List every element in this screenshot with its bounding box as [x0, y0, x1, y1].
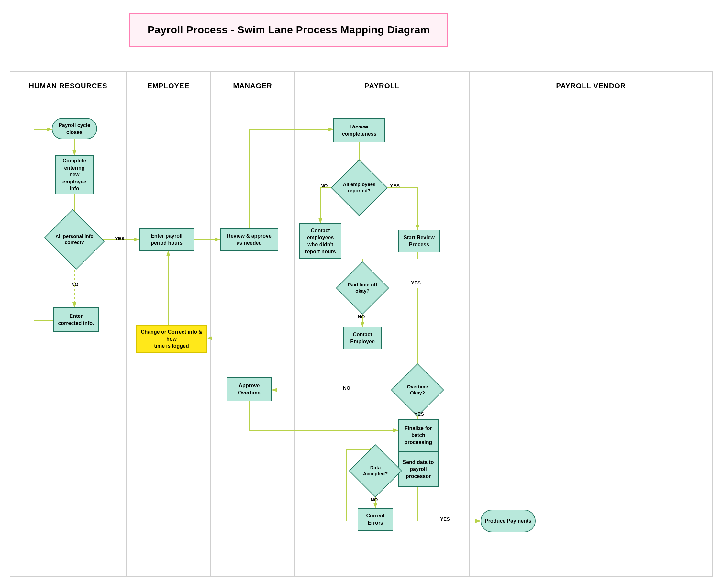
diagram-title-box: Payroll Process - Swim Lane Process Mapp… — [129, 13, 448, 47]
label-no-data-accepted: NO — [370, 497, 378, 502]
start-terminator: Payroll cycle closes — [52, 118, 97, 139]
enter-payroll-hours-process: Enter payroll period hours — [139, 228, 194, 251]
lane-body-vendor — [470, 101, 712, 576]
data-accepted-decision: Data Accepted? — [353, 448, 398, 493]
label-no-overtime: NO — [343, 385, 351, 391]
all-employees-reported-decision: All employees reported? — [335, 163, 383, 212]
approve-overtime-process: Approve Overtime — [227, 377, 272, 401]
change-correct-highlight: Change or Correct info & howtime is logg… — [136, 325, 207, 353]
diagram-title: Payroll Process - Swim Lane Process Mapp… — [148, 24, 430, 36]
overtime-ok-decision: Overtime Okay? — [395, 367, 440, 413]
label-yes-data-accepted: YES — [440, 516, 450, 522]
produce-payments-terminator: Produce Payments — [481, 510, 536, 532]
contact-didnt-report-process: Contact employees who didn't report hour… — [299, 223, 341, 259]
label-yes-personal-info: YES — [115, 236, 125, 241]
complete-entering-process: Complete enteringnew employee info — [55, 155, 94, 194]
label-no-all-reported: NO — [320, 183, 328, 188]
correct-errors-process: Correct Errors — [358, 508, 393, 531]
lane-body-manager — [211, 101, 295, 576]
lane-header-manager: MANAGER — [211, 71, 295, 101]
swimlane-grid: HUMAN RESOURCES EMPLOYEE MANAGER PAYROLL… — [10, 71, 713, 577]
lane-header-payroll: PAYROLL — [295, 71, 470, 101]
start-review-process: Start Review Process — [398, 230, 440, 252]
paid-timeoff-label: Paid time-off okay? — [340, 265, 385, 311]
label-yes-all-reported: YES — [390, 183, 400, 188]
lane-header-row: HUMAN RESOURCES EMPLOYEE MANAGER PAYROLL… — [10, 71, 712, 101]
label-yes-overtime: YES — [414, 411, 424, 417]
lane-header-hr: HUMAN RESOURCES — [10, 71, 127, 101]
enter-corrected-process: Enter corrected info. — [54, 308, 99, 332]
all-personal-info-label: All personal info correct? — [47, 215, 102, 264]
finalize-batch-process: Finalize for batch processing — [398, 419, 439, 451]
all-employees-reported-label: All employees reported? — [335, 163, 383, 212]
paid-timeoff-decision: Paid time-off okay? — [340, 265, 385, 311]
label-no-timeoff: NO — [358, 314, 365, 319]
label-no-personal-info: NO — [71, 281, 79, 287]
data-accepted-label: Data Accepted? — [353, 448, 398, 493]
all-personal-info-decision: All personal info correct? — [47, 215, 102, 264]
review-completeness-process: Review completeness — [333, 118, 385, 142]
overtime-ok-label: Overtime Okay? — [395, 367, 440, 413]
lane-header-vendor: PAYROLL VENDOR — [470, 71, 712, 101]
label-yes-timeoff: YES — [411, 280, 421, 286]
page-root: Payroll Process - Swim Lane Process Mapp… — [0, 0, 722, 588]
send-data-process: Send data to payroll processor — [398, 451, 439, 487]
review-approve-process: Review & approve as needed — [220, 228, 278, 251]
lane-header-employee: EMPLOYEE — [127, 71, 211, 101]
contact-employee-process: Contact Employee — [343, 327, 382, 350]
